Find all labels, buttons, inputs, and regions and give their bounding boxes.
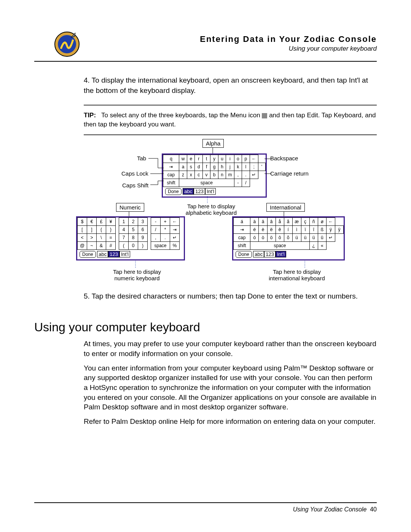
step-5-num: 5. <box>84 292 90 300</box>
step-5-text: Tap the desired characters or numbers; t… <box>92 292 358 300</box>
page-header: Entering Data in Your Zodiac Console Usi… <box>34 30 377 62</box>
step-4: 4. To display the international keyboard… <box>84 75 377 96</box>
zodiac-logo-icon <box>53 30 81 59</box>
footer: Using Your Zodiac Console 40 <box>34 502 377 513</box>
header-title: Entering Data in Your Zodiac Console <box>200 34 377 44</box>
intl-label-box: International <box>266 203 305 212</box>
step-4-num: 4. <box>84 76 90 84</box>
menu-icon <box>262 113 267 118</box>
footer-page: 40 <box>370 506 377 513</box>
tip-label: TIP: <box>84 112 96 119</box>
ann-tab: Tab <box>137 155 146 161</box>
tip-text-1: To select any of the three keyboards, ta… <box>101 112 260 119</box>
alpha-label-box: Alpha <box>202 139 224 148</box>
numeric-keyboard: $€£¥123-+←[]{}456/*⇥<>\=789,.↵@~&#(0)spa… <box>76 216 185 260</box>
para-1: At times, you may prefer to use your com… <box>84 339 377 358</box>
section-title: Using your computer keyboard <box>34 320 377 334</box>
para-3: Refer to Palm Desktop online Help for mo… <box>84 417 377 427</box>
step-4-text: To display the international keyboard, o… <box>84 76 368 94</box>
ann-carriage: Carriage return <box>270 170 309 177</box>
alpha-keyboard: qwertyuiop←⇥asdfghjkl;'capzxcvbnm,.↵shif… <box>162 153 267 198</box>
ann-capslock: Caps Lock <box>121 170 148 177</box>
header-subtitle: Using your computer keyboard <box>288 45 377 53</box>
tip-box: TIP: To select any of the three keyboard… <box>84 105 377 135</box>
para-2: You can enter information from your comp… <box>84 363 377 412</box>
ann-tap-intl: Tap here to display international keyboa… <box>259 268 335 281</box>
ann-capsshift: Caps Shift <box>122 182 148 189</box>
keyboard-diagram: Alpha qwertyuiop←⇥asdfghjkl;'capzxcvbnm,… <box>84 139 377 291</box>
ann-tap-alpha: Tap here to display alphabetic keyboard <box>183 203 240 216</box>
footer-text: Using Your Zodiac Console <box>293 506 367 513</box>
step-5: 5. Tap the desired characters or numbers… <box>84 291 377 302</box>
numeric-label-box: Numeric <box>116 203 144 212</box>
intl-keyboard: áàäâåãæçñø←⇥éèëêíìïîßýÿcapóòöôõúùüû↵shif… <box>232 216 345 260</box>
ann-tap-numeric: Tap here to display numeric keyboard <box>107 268 167 281</box>
ann-backspace: Backspace <box>270 155 298 161</box>
